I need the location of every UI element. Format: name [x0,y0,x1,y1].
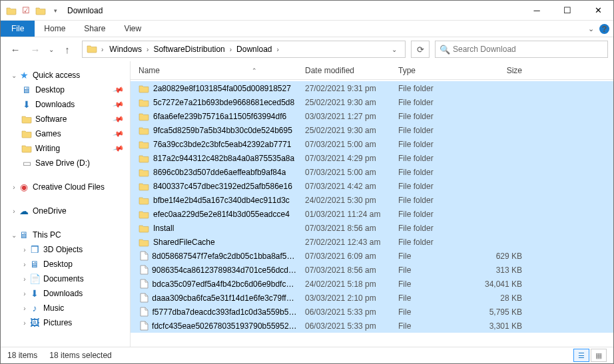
table-row[interactable]: bdca35c097edf5a4fb42bc6d06e9bdfcef5c…24/… [131,277,613,291]
file-size: 3,301 KB [473,321,526,331]
table-row[interactable]: 9fca5d8259b7a5b34bb30c0de524b69525/02/20… [131,123,613,137]
sidebar-item-label: Downloads [43,289,127,298]
sidebar-item[interactable]: ›🖥Desktop [1,257,130,272]
chevron-down-icon[interactable]: ⌄ [10,232,18,239]
qat-overflow-icon[interactable]: ▾ [49,4,62,17]
recent-dropdown-icon[interactable]: ⌄ [46,40,57,59]
file-list[interactable]: 2a80829e8f1031854fa005d00891852727/02/20… [131,80,613,347]
close-button[interactable]: ✕ [583,1,613,21]
folder-icon [139,125,151,136]
chevron-right-icon[interactable]: › [21,275,29,283]
chevron-right-icon[interactable]: › [21,319,29,327]
sidebar-item[interactable]: ›❒3D Objects [1,242,130,257]
search-box[interactable]: 🔍 [435,41,608,58]
column-name[interactable]: Name ⌃ [135,66,301,75]
sidebar-item[interactable]: 🖥Desktop📌 [1,83,130,97]
address-bar[interactable]: › Windows›SoftwareDistribution›Download›… [82,41,406,58]
breadcrumb-segment[interactable]: SoftwareDistribution [150,42,228,57]
file-date: 25/02/2021 9:30 am [301,126,394,135]
file-date: 06/03/2021 5:33 pm [301,307,394,317]
sidebar-item[interactable]: ▭Save Drive (D:) [1,156,130,170]
search-input[interactable] [453,45,603,54]
qat-properties-icon[interactable]: ☑ [19,4,33,17]
view-large-icons-button[interactable]: ▦ [591,349,607,362]
chevron-right-icon[interactable]: › [21,305,29,312]
minimize-button[interactable]: ─ [521,1,552,21]
file-icon [139,321,149,331]
chevron-right-icon[interactable]: › [275,46,280,53]
ribbon-expand-icon[interactable]: ⌄ [588,25,594,33]
chevron-down-icon[interactable]: ⌄ [10,72,18,79]
forward-button[interactable]: → [26,40,45,59]
sidebar-item[interactable]: ⬇Downloads📌 [1,97,130,112]
table-row[interactable]: 8696c0b23d507dde6aeffeabfb9af84a07/03/20… [131,165,613,179]
navigation-pane[interactable]: ⌄ ★ Quick access 🖥Desktop📌⬇Downloads📌Sof… [1,61,131,347]
table-row[interactable]: Install07/03/2021 8:56 amFile folder [131,221,613,235]
table-row[interactable]: daaa309cba6fca5e31f14d1e6fe3c79ff0a47…03… [131,291,613,305]
file-type: File [394,266,473,275]
table-row[interactable]: SharedFileCache27/02/2021 12:43 amFile f… [131,235,613,249]
table-row[interactable]: 2a80829e8f1031854fa005d00891852727/02/20… [131,81,613,95]
file-icon [139,265,149,275]
file-icon [139,293,149,303]
sidebar-onedrive[interactable]: › ☁ OneDrive [1,204,130,218]
sidebar-item[interactable]: ›📄Documents [1,272,130,286]
breadcrumb-segment[interactable]: Download [233,42,275,57]
breadcrumb-root-icon[interactable] [85,44,99,55]
sidebar-quick-access[interactable]: ⌄ ★ Quick access [1,68,130,83]
chevron-right-icon[interactable]: › [21,290,29,297]
sidebar-item[interactable]: ›⬇Downloads [1,286,130,301]
sidebar-item[interactable]: ›🖼Pictures [1,315,130,330]
ribbon-file-tab[interactable]: File [1,21,35,37]
up-button[interactable]: ↑ [58,40,77,59]
table-row[interactable]: 76a39cc3bde2c3bfc5eab42392ab777107/03/20… [131,137,613,151]
chevron-right-icon[interactable]: › [10,184,18,191]
refresh-button[interactable]: ⟳ [411,41,430,58]
chevron-right-icon[interactable]: › [145,46,150,53]
back-button[interactable]: ← [6,40,25,59]
maximize-button[interactable]: ☐ [552,1,583,21]
breadcrumb-segment[interactable]: Windows [106,42,145,57]
table-row[interactable]: 8d058687547f7efa9c2db05c1bba8af5ad5c…07/… [131,249,613,263]
navbar: ← → ⌄ ↑ › Windows›SoftwareDistribution›D… [1,37,613,61]
column-type[interactable]: Type [394,66,473,75]
table-row[interactable]: 817a2c944312c482b8a4a0a875535a8a07/03/20… [131,151,613,165]
table-row[interactable]: 6faa6efe239b75716a11505f63994df603/03/20… [131,109,613,123]
ribbon-share-tab[interactable]: Share [75,21,115,37]
address-dropdown-icon[interactable]: ⌄ [386,46,402,53]
table-row[interactable]: fdcfc435eae502678035193790b559526a08…06/… [131,319,613,333]
table-row[interactable]: f5777dba7deacdc393fad1c0d3a559b52a6…06/0… [131,305,613,319]
chevron-right-icon[interactable]: › [10,208,18,215]
view-details-button[interactable]: ☰ [573,349,589,362]
table-row[interactable]: efec0aa229d5e2e81f4b3d055eadcce401/03/20… [131,207,613,221]
onedrive-icon: ☁ [18,206,30,216]
sidebar-this-pc[interactable]: ⌄ 🖥 This PC [1,228,130,242]
file-name: efec0aa229d5e2e81f4b3d055eadcce4 [153,210,290,219]
table-row[interactable]: 8400337c457dbec3192ed25afb586e1607/03/20… [131,179,613,193]
folder-icon [139,223,151,234]
table-row[interactable]: 5c7272e7a21b693bde9668681eced5d825/02/20… [131,95,613,109]
table-row[interactable]: bfbe1f4e2b4d5a167c340db4ec911d3c24/02/20… [131,193,613,207]
qat-folder-icon[interactable] [34,4,47,17]
sidebar-item[interactable]: Software📌 [1,112,130,126]
sidebar-creative-cloud[interactable]: › ◉ Creative Cloud Files [1,180,130,194]
sort-ascending-icon: ⌃ [252,67,297,74]
help-icon[interactable]: ? [599,24,609,34]
file-date: 24/02/2021 5:30 pm [301,196,394,205]
file-name: bfbe1f4e2b4d5a167c340db4ec911d3c [153,196,290,205]
ribbon-home-tab[interactable]: Home [35,21,75,37]
chevron-right-icon[interactable]: › [100,46,105,53]
sidebar-item[interactable]: Writing📌 [1,141,130,156]
table-row[interactable]: 9086354ca86123789834d701ce56dcda350…07/0… [131,263,613,277]
column-size[interactable]: Size [473,66,526,75]
chevron-right-icon[interactable]: › [21,261,29,268]
chevron-right-icon[interactable]: › [21,246,29,254]
sidebar-item[interactable]: ›♪Music [1,301,130,315]
sidebar-item[interactable]: Games📌 [1,126,130,141]
status-bar: 18 items 18 items selected ☰ ▦ [1,347,613,363]
desktop-icon: 🖥 [29,259,41,270]
chevron-right-icon[interactable]: › [228,46,233,53]
column-date[interactable]: Date modified [301,66,394,75]
ribbon-view-tab[interactable]: View [115,21,151,37]
file-date: 27/02/2021 9:31 pm [301,84,394,93]
